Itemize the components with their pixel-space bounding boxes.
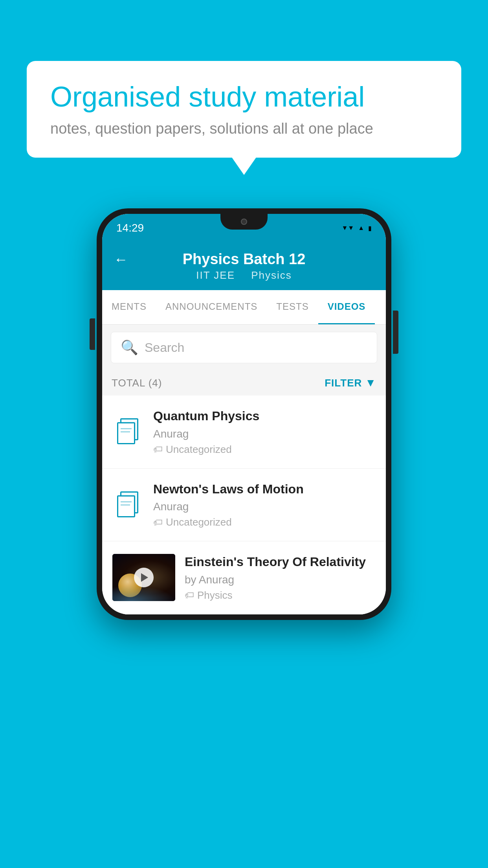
video-tag-row: 🏷 Uncategorized — [153, 516, 376, 528]
status-icons: ▼▼ ▲ ▮ — [341, 224, 372, 232]
thumbnail-bg — [112, 554, 175, 601]
subtitle-part2: Physics — [251, 269, 292, 281]
wifi-icon: ▼▼ — [341, 224, 354, 232]
tag-icon: 🏷 — [185, 590, 194, 601]
filter-button[interactable]: FILTER ▼ — [325, 377, 376, 389]
tag-icon: 🏷 — [153, 444, 163, 455]
bubble-title: Organised study material — [50, 81, 438, 112]
video-info: Einstein's Theory Of Relativity by Anura… — [185, 554, 376, 601]
play-triangle-icon — [141, 573, 148, 582]
list-item[interactable]: Newton's Laws of Motion Anurag 🏷 Uncateg… — [102, 469, 386, 542]
video-tag-row: 🏷 Physics — [185, 589, 376, 601]
speech-bubble: Organised study material notes, question… — [27, 61, 461, 158]
video-tag: Physics — [197, 589, 233, 601]
status-bar: 14:29 ▼▼ ▲ ▮ — [102, 214, 386, 242]
video-tag: Uncategorized — [166, 443, 232, 456]
filter-row: TOTAL (4) FILTER ▼ — [102, 370, 386, 395]
file-icon-wrapper — [112, 418, 144, 445]
camera-dot — [241, 219, 247, 225]
video-title: Einstein's Theory Of Relativity — [185, 554, 376, 570]
notch — [220, 214, 268, 230]
subtitle-part1: IIT JEE — [196, 269, 235, 281]
video-author: by Anurag — [185, 574, 376, 586]
phone-outer: 14:29 ▼▼ ▲ ▮ ← Physics Batch 12 IIT JEE … — [97, 208, 391, 620]
total-label: TOTAL (4) — [112, 377, 162, 389]
speech-bubble-container: Organised study material notes, question… — [27, 61, 461, 158]
search-placeholder: Search — [145, 340, 184, 355]
tab-ments[interactable]: MENTS — [102, 290, 156, 324]
file-icon — [117, 491, 139, 518]
filter-label: FILTER — [325, 377, 362, 389]
header-row: ← Physics Batch 12 — [114, 251, 374, 268]
list-item[interactable]: Quantum Physics Anurag 🏷 Uncategorized — [102, 395, 386, 469]
file-icon — [117, 418, 139, 445]
phone-mockup: 14:29 ▼▼ ▲ ▮ ← Physics Batch 12 IIT JEE … — [97, 208, 391, 620]
tab-announcements[interactable]: ANNOUNCEMENTS — [156, 290, 267, 324]
bubble-subtitle: notes, question papers, solutions all at… — [50, 120, 438, 137]
file-icon-wrapper — [112, 491, 144, 518]
video-author: Anurag — [153, 500, 376, 513]
status-time: 14:29 — [116, 222, 144, 234]
tab-videos[interactable]: VIDEOS — [318, 290, 375, 324]
app-header: ← Physics Batch 12 IIT JEE Physics — [102, 242, 386, 290]
video-author: Anurag — [153, 428, 376, 440]
video-info: Quantum Physics Anurag 🏷 Uncategorized — [153, 408, 376, 456]
video-title: Quantum Physics — [153, 408, 376, 425]
video-tag: Uncategorized — [166, 516, 232, 528]
search-icon: 🔍 — [121, 339, 138, 356]
phone-inner: 14:29 ▼▼ ▲ ▮ ← Physics Batch 12 IIT JEE … — [102, 214, 386, 614]
video-info: Newton's Laws of Motion Anurag 🏷 Uncateg… — [153, 481, 376, 529]
tag-icon: 🏷 — [153, 517, 163, 528]
battery-icon: ▮ — [368, 224, 372, 232]
filter-funnel-icon: ▼ — [365, 377, 376, 389]
video-title: Newton's Laws of Motion — [153, 481, 376, 498]
video-list: Quantum Physics Anurag 🏷 Uncategorized — [102, 395, 386, 614]
file-doc-front — [117, 422, 135, 444]
back-button[interactable]: ← — [114, 251, 128, 268]
signal-icon: ▲ — [358, 224, 364, 232]
tabs-bar: MENTS ANNOUNCEMENTS TESTS VIDEOS — [102, 290, 386, 325]
video-tag-row: 🏷 Uncategorized — [153, 443, 376, 456]
file-doc-front — [117, 495, 135, 517]
video-thumbnail — [112, 554, 175, 601]
list-item[interactable]: Einstein's Theory Of Relativity by Anura… — [102, 541, 386, 614]
search-input-wrapper[interactable]: 🔍 Search — [111, 332, 377, 363]
tab-tests[interactable]: TESTS — [267, 290, 318, 324]
play-btn-overlay — [112, 554, 175, 601]
header-subtitle: IIT JEE Physics — [193, 269, 295, 281]
search-container: 🔍 Search — [102, 325, 386, 370]
header-title: Physics Batch 12 — [183, 251, 306, 268]
play-circle[interactable] — [134, 568, 154, 587]
